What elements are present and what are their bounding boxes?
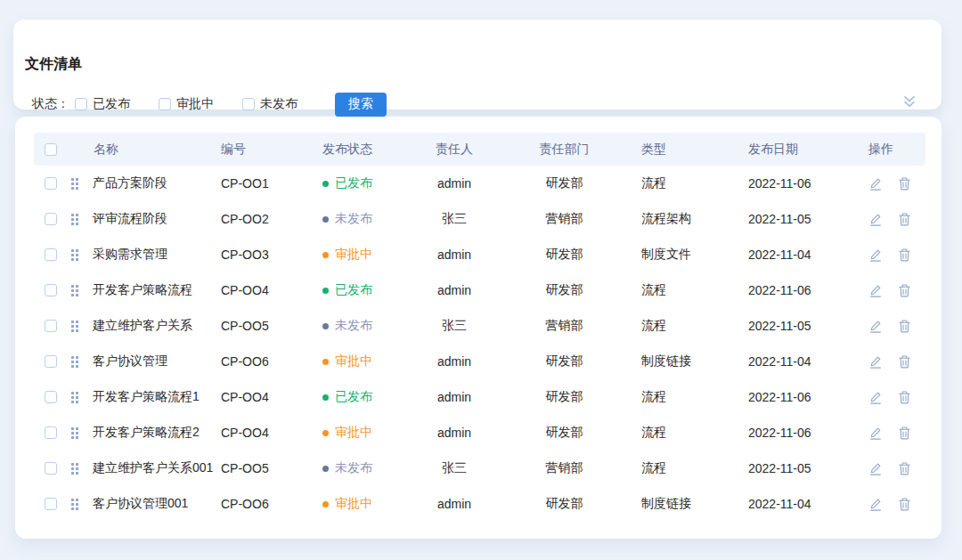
row-dept: 研发部	[503, 175, 625, 191]
table-row: 客户协议管理 CP-OO6 审批中 admin 研发部 制度链接 2022-11…	[34, 344, 925, 379]
delete-trash-icon[interactable]	[898, 354, 912, 369]
row-dept: 营销部	[503, 318, 625, 334]
edit-pencil-icon[interactable]	[868, 497, 883, 512]
column-header-name: 名称	[71, 142, 118, 158]
column-header-dept: 责任部门	[503, 142, 625, 158]
table-row: 评审流程阶段 CP-OO2 未发布 张三 营销部 流程架构 2022-11-05	[34, 201, 925, 237]
table-body: 产品方案阶段 CP-OO1 已发布 admin 研发部 流程 2022-11-0…	[34, 166, 925, 522]
delete-trash-icon[interactable]	[898, 283, 912, 298]
row-checkbox[interactable]	[45, 498, 57, 510]
row-owner: 张三	[405, 211, 503, 227]
filter-checkbox-approving[interactable]: 审批中	[159, 96, 214, 112]
drag-handle-icon[interactable]	[71, 321, 78, 332]
row-owner: 张三	[405, 318, 503, 334]
row-date: 2022-11-05	[730, 212, 852, 226]
drag-handle-icon[interactable]	[71, 178, 78, 190]
row-dept: 营销部	[503, 460, 625, 476]
drag-handle-icon[interactable]	[71, 285, 78, 296]
delete-trash-icon[interactable]	[898, 426, 912, 441]
delete-trash-icon[interactable]	[898, 248, 912, 263]
row-code: CP-OO3	[221, 248, 322, 262]
checkbox-unpublished[interactable]	[242, 98, 255, 110]
row-checkbox[interactable]	[45, 177, 57, 190]
delete-trash-icon[interactable]	[898, 461, 912, 476]
row-type: 流程架构	[625, 211, 730, 227]
status-label: 已发布	[335, 389, 372, 405]
column-header-code: 编号	[221, 142, 322, 158]
row-date: 2022-11-04	[730, 497, 852, 511]
row-checkbox[interactable]	[45, 462, 57, 475]
status-dot-icon	[322, 359, 329, 365]
row-owner: admin	[405, 497, 503, 511]
status-filter-label: 状态：	[32, 96, 69, 112]
row-type: 流程	[625, 425, 730, 441]
edit-pencil-icon[interactable]	[868, 390, 883, 405]
row-code: CP-OO6	[221, 497, 322, 511]
row-name: 客户协议管理001	[93, 496, 188, 512]
column-header-date: 发布日期	[730, 142, 852, 158]
select-all-checkbox[interactable]	[45, 143, 57, 156]
edit-pencil-icon[interactable]	[868, 426, 883, 441]
filter-checkbox-published[interactable]: 已发布	[75, 96, 130, 112]
row-checkbox[interactable]	[45, 320, 57, 332]
row-dept: 研发部	[503, 353, 625, 369]
row-type: 流程	[625, 460, 730, 476]
edit-pencil-icon[interactable]	[868, 319, 883, 334]
drag-handle-icon[interactable]	[71, 392, 78, 403]
table-row: 建立维护客户关系 CP-OO5 未发布 张三 营销部 流程 2022-11-05	[34, 308, 925, 344]
status-dot-icon	[322, 430, 329, 436]
row-checkbox[interactable]	[45, 355, 57, 368]
row-owner: admin	[405, 426, 503, 440]
drag-handle-icon[interactable]	[71, 427, 78, 439]
row-owner: admin	[405, 390, 503, 404]
delete-trash-icon[interactable]	[898, 497, 912, 512]
delete-trash-icon[interactable]	[898, 176, 912, 191]
row-checkbox[interactable]	[45, 284, 57, 296]
table-row: 客户协议管理001 CP-OO6 审批中 admin 研发部 制度链接 2022…	[34, 486, 925, 522]
row-owner: admin	[405, 354, 503, 369]
delete-trash-icon[interactable]	[898, 390, 912, 405]
row-code: CP-OO6	[221, 354, 322, 369]
row-checkbox[interactable]	[45, 248, 57, 261]
drag-handle-icon[interactable]	[71, 249, 78, 261]
drag-handle-icon[interactable]	[71, 214, 78, 225]
status-dot-icon	[322, 394, 329, 401]
row-date: 2022-11-04	[730, 248, 852, 262]
filter-checkbox-unpublished[interactable]: 未发布	[242, 96, 298, 112]
table-panel: 名称 编号 发布状态 责任人 责任部门 类型 发布日期 操作 产品方案阶段 CP…	[15, 117, 942, 539]
delete-trash-icon[interactable]	[898, 319, 912, 334]
row-name: 评审流程阶段	[93, 211, 167, 227]
page: 文件清单 状态： 已发布 审批中 未发布 搜索	[0, 0, 962, 560]
row-date: 2022-11-06	[730, 283, 852, 297]
status-filter-row: 状态： 已发布 审批中 未发布 搜索	[32, 92, 387, 117]
row-name: 开发客户策略流程2	[93, 425, 200, 441]
edit-pencil-icon[interactable]	[868, 283, 883, 298]
row-code: CP-OO5	[221, 319, 322, 333]
status-label: 审批中	[335, 496, 372, 512]
status-label: 审批中	[335, 425, 372, 441]
file-table: 名称 编号 发布状态 责任人 责任部门 类型 发布日期 操作 产品方案阶段 CP…	[34, 133, 925, 522]
row-dept: 研发部	[503, 282, 625, 298]
row-date: 2022-11-06	[730, 426, 852, 440]
drag-handle-icon[interactable]	[71, 463, 78, 475]
column-header-type: 类型	[625, 142, 730, 158]
row-checkbox[interactable]	[45, 426, 57, 439]
edit-pencil-icon[interactable]	[868, 176, 883, 191]
collapse-double-chevron-icon[interactable]	[902, 94, 917, 109]
status-label: 未发布	[335, 211, 372, 227]
status-label: 未发布	[335, 460, 372, 476]
edit-pencil-icon[interactable]	[868, 212, 883, 227]
drag-handle-icon[interactable]	[71, 356, 78, 368]
checkbox-approving[interactable]	[159, 98, 171, 110]
delete-trash-icon[interactable]	[898, 212, 912, 227]
drag-handle-icon[interactable]	[71, 499, 78, 510]
row-checkbox[interactable]	[45, 213, 57, 225]
edit-pencil-icon[interactable]	[868, 354, 883, 369]
row-date: 2022-11-06	[730, 176, 852, 191]
edit-pencil-icon[interactable]	[868, 248, 883, 263]
search-button[interactable]: 搜索	[335, 93, 387, 117]
row-code: CP-OO2	[221, 212, 322, 226]
row-checkbox[interactable]	[45, 391, 57, 403]
edit-pencil-icon[interactable]	[868, 461, 883, 476]
checkbox-published[interactable]	[75, 98, 87, 110]
